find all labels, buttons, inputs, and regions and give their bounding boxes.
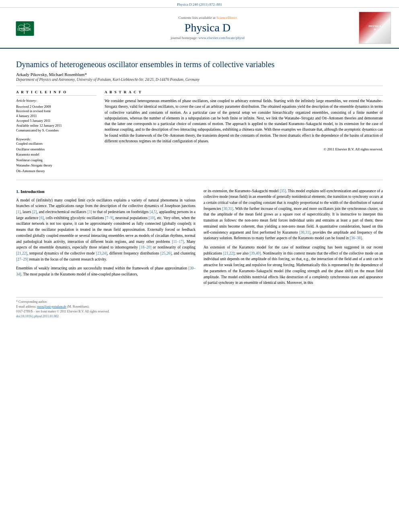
elsevier-logo-icon: ELSEVIER (14, 18, 50, 38)
keywords-label: Keywords: (16, 137, 31, 141)
history-label: Article history: (16, 98, 97, 104)
keywords-section: Keywords: Coupled oscillators Oscillator… (16, 137, 97, 174)
journal-title: Physica D (56, 21, 359, 34)
ref-11-17[interactable]: [11–17] (172, 240, 184, 244)
accepted-date: Accepted 5 January 2011 (16, 119, 97, 123)
footnote-star-text: * Corresponding author. (16, 300, 47, 304)
ref-6[interactable]: [6] (39, 216, 44, 220)
email-label: E-mail address: (16, 305, 36, 308)
ref-35[interactable]: [35] (280, 189, 286, 193)
email-link[interactable]: mros@uni-potsdam.de (37, 305, 66, 308)
ref-1[interactable]: [1] (16, 210, 21, 214)
body-right-column: or its extension, the Kuramoto–Sakaguchi… (204, 188, 383, 290)
revised-label: Received in revised form (16, 109, 97, 114)
ref-30-31[interactable]: [30,31] (222, 207, 233, 211)
keyword-2: Oscillator ensembles (16, 147, 97, 152)
section-1-label: Introduction (21, 189, 45, 194)
article-info-column: A R T I C L E I N F O Article history: R… (16, 90, 97, 174)
ref-30-34[interactable]: [30–34] (16, 266, 195, 276)
article-title: Dynamics of heterogeneous oscillator ens… (16, 59, 383, 70)
article-authors: Arkady Pikovsky, Michael Rosenblum* (16, 72, 383, 77)
article-history: Article history: Received 2 October 2009… (16, 98, 97, 133)
homepage-url[interactable]: www.elsevier.com/locate/physd (199, 36, 245, 40)
main-content: Dynamics of heterogeneous oscillator ens… (0, 49, 399, 327)
ref-23-24[interactable]: [23,24] (96, 251, 107, 255)
ref-18-20[interactable]: [18–20] (139, 245, 151, 249)
copyright-line: © 2011 Elsevier B.V. All rights reserved… (105, 147, 383, 151)
body-left-column: 1. Introduction A model of (infinitely) … (16, 188, 195, 290)
section-1-title: 1. Introduction (16, 188, 195, 195)
ref-21-22[interactable]: [21,22] (16, 251, 27, 255)
body-content: 1. Introduction A model of (infinitely) … (16, 188, 383, 290)
revised-date: 4 January 2011 (16, 114, 97, 119)
divider-2 (16, 180, 383, 180)
intro-paragraph-1: A model of (infinitely) many coupled lim… (16, 197, 195, 263)
page-footer: * Corresponding author. E-mail address: … (16, 297, 383, 318)
ref-30-31b[interactable]: [30,31] (299, 230, 311, 234)
ref-7-9[interactable]: [7–9] (105, 216, 113, 220)
sciencedirect-link[interactable]: ScienceDirect (216, 16, 237, 20)
journal-title-section: Contents lists available at ScienceDirec… (56, 16, 359, 40)
available-date: Available online 12 January 2011 (16, 123, 97, 128)
footnote-email: E-mail address: mros@uni-potsdam.de (M. … (16, 305, 383, 308)
ref-2[interactable]: [2] (32, 210, 37, 214)
footer-doi[interactable]: doi:10.1016/j.physd.2011.01.002 (16, 314, 383, 318)
footnote-star: * Corresponding author. (16, 300, 383, 304)
abstract-header: A B S T R A C T (105, 90, 383, 96)
ref-39-40[interactable]: [39,40] (250, 251, 261, 255)
keyword-5: Watanabe–Strogatz theory (16, 163, 97, 168)
ref-10[interactable]: [10] (149, 216, 155, 220)
footer-license: 0167-2789/$ – see front matter © 2011 El… (16, 310, 383, 313)
keyword-3: Kuramoto model (16, 152, 97, 158)
keyword-6: Ott–Antonsen theory (16, 168, 97, 174)
contents-text: Contents lists available at (179, 16, 216, 20)
cover-image: PHYSICAD (359, 12, 391, 44)
keyword-1: Coupled oscillators (16, 141, 97, 147)
info-abstract-section: A R T I C L E I N F O Article history: R… (16, 90, 383, 174)
right-paragraph-2: An extension of the Kuramoto model for t… (204, 244, 383, 286)
abstract-text: We consider general heterogeneous ensemb… (105, 98, 383, 144)
journal-header: ELSEVIER Contents lists available at Sci… (0, 8, 399, 49)
ref-21-22b[interactable]: [21,22] (223, 251, 234, 255)
keyword-4: Nonlinear coupling (16, 158, 97, 163)
intro-paragraph-2: Ensembles of weakly interacting units ar… (16, 265, 195, 277)
cover-label: PHYSICAD (368, 25, 381, 31)
email-suffix: (M. Rosenblum). (67, 305, 89, 308)
cover-placeholder: PHYSICAD (359, 12, 391, 43)
article-info-header: A R T I C L E I N F O (16, 90, 97, 96)
top-bar: Physica D 240 (2011) 872–881 (0, 0, 399, 8)
right-paragraph-1: or its extension, the Kuramoto–Sakaguchi… (204, 188, 383, 241)
authors-text: Arkady Pikovsky, Michael Rosenblum* (16, 72, 87, 77)
communicated-by: Communicated by S. Coombes (16, 128, 97, 133)
ref-36-38[interactable]: [36–38] (350, 236, 362, 240)
journal-homepage: journal homepage: www.elsevier.com/locat… (56, 36, 359, 40)
contents-line: Contents lists available at ScienceDirec… (56, 16, 359, 20)
ref-25-26[interactable]: [25,26] (160, 251, 172, 255)
ref-4-5[interactable]: [4,5] (150, 210, 157, 214)
ref-27-29[interactable]: [27–29] (16, 257, 28, 261)
abstract-column: A B S T R A C T We consider general hete… (105, 90, 383, 174)
received-date: Received 2 October 2009 (16, 105, 97, 109)
article-affiliation: Department of Physics and Astronomy, Uni… (16, 78, 383, 82)
divider-1 (16, 86, 383, 86)
section-1-number: 1. (16, 189, 21, 194)
elsevier-logo-section: ELSEVIER (8, 18, 56, 38)
journal-reference: Physica D 240 (2011) 872–881 (177, 2, 222, 6)
homepage-prefix: journal homepage: (171, 36, 197, 40)
ref-3[interactable]: [3] (87, 210, 92, 214)
